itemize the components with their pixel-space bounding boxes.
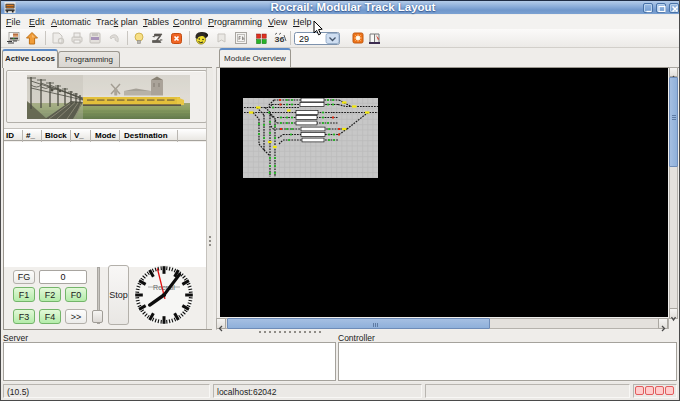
svg-text:36: 36 [275,35,285,44]
svg-text:29: 29 [299,34,309,44]
